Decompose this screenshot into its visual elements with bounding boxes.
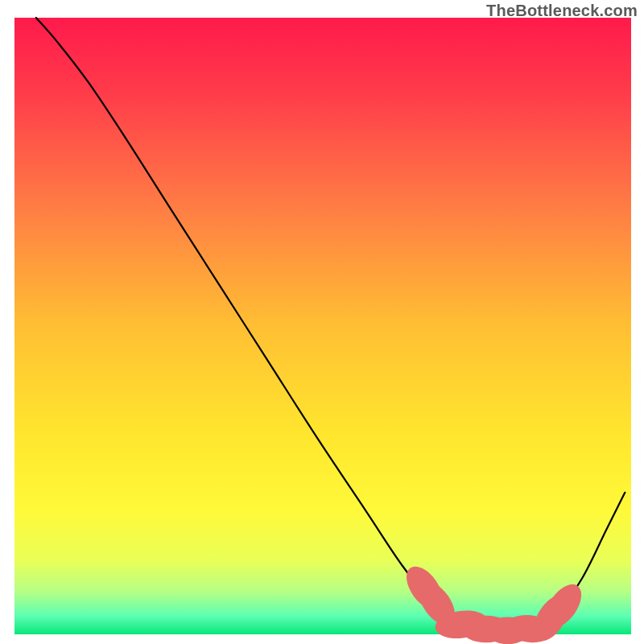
bottleneck-chart (0, 0, 644, 644)
chart-container: TheBottleneck.com (0, 0, 644, 644)
watermark-text: TheBottleneck.com (486, 2, 638, 20)
